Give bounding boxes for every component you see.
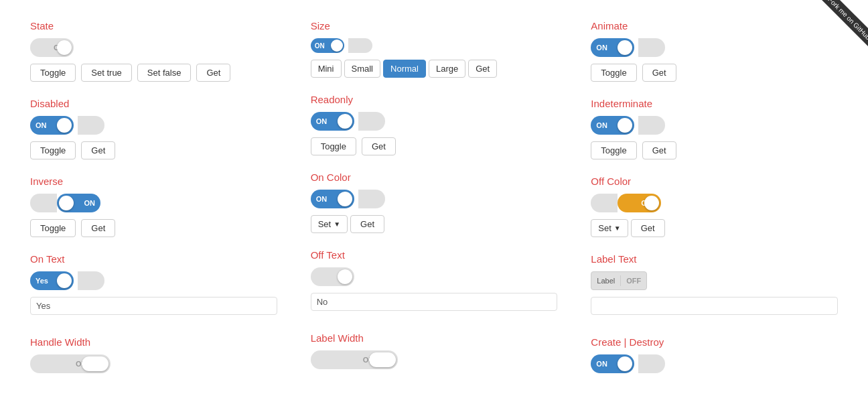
readonly-toggle-right	[358, 112, 385, 131]
state-toggle[interactable]: OFF	[30, 38, 74, 57]
off-color-btn-group: Set ▼ Get	[591, 219, 838, 237]
readonly-toggle-container: ON	[311, 112, 558, 131]
label-text-input[interactable]	[591, 297, 838, 315]
label-width-toggle[interactable]: OFF	[311, 350, 398, 369]
section-readonly: Readonly ON Toggle Get	[311, 94, 558, 155]
inverse-toggle-btn[interactable]: Toggle	[30, 219, 76, 237]
on-text-input[interactable]	[30, 297, 277, 315]
disabled-toggle[interactable]: ON	[30, 116, 74, 135]
inverse-get-btn[interactable]: Get	[81, 219, 115, 237]
section-indeterminate: Indeterminate ON Toggle Get	[591, 98, 838, 159]
indeterminate-toggle-btn[interactable]: Toggle	[591, 141, 636, 159]
off-color-toggle-left	[591, 194, 618, 212]
readonly-toggle-btn[interactable]: Toggle	[311, 137, 356, 155]
indeterminate-toggle[interactable]: ON	[591, 116, 634, 135]
size-on-label: ON	[315, 42, 325, 50]
on-text-toggle[interactable]: Yes	[30, 271, 74, 290]
state-set-false-btn[interactable]: Set false	[137, 64, 192, 82]
size-get-btn[interactable]: Get	[468, 60, 497, 78]
disabled-btn-group: Toggle Get	[30, 141, 277, 159]
label-text-title: Label Text	[591, 253, 838, 265]
on-text-toggle-handle	[57, 273, 72, 288]
on-text-yes-label: Yes	[35, 277, 48, 285]
on-text-title: On Text	[30, 253, 277, 265]
section-label-text: Label Text Label OFF	[591, 253, 838, 320]
label-text-toggle[interactable]: Label OFF	[591, 271, 647, 290]
off-color-get-btn[interactable]: Get	[631, 219, 665, 237]
size-toggle[interactable]: ON	[311, 38, 344, 53]
section-on-text: On Text Yes	[30, 253, 277, 320]
on-color-get-btn[interactable]: Get	[350, 215, 384, 233]
fork-ribbon[interactable]: Fork me on GitHub	[821, 0, 868, 47]
state-btn-group: Toggle Set true Set false Get	[30, 64, 277, 82]
section-label-width: Label Width OFF	[311, 332, 558, 369]
create-destroy-toggle-container: ON	[591, 354, 838, 373]
indeterminate-on-label: ON	[596, 121, 607, 129]
inverse-toggle-handle	[59, 196, 74, 210]
off-color-set-btn[interactable]: Set ▼	[591, 219, 628, 237]
section-animate: Animate ON Toggle Get	[591, 20, 838, 82]
state-toggle-btn[interactable]: Toggle	[30, 64, 76, 82]
section-disabled: Disabled ON Toggle Get	[30, 98, 277, 159]
disabled-get-btn[interactable]: Get	[81, 141, 115, 159]
inverse-toggle[interactable]: ON	[57, 194, 100, 212]
on-color-set-caret: ▼	[334, 220, 340, 228]
indeterminate-title: Indeterminate	[591, 98, 838, 109]
column-2: Size ON Mini Small Normal Large Get Read…	[301, 13, 568, 396]
disabled-toggle-handle	[57, 118, 72, 133]
indeterminate-get-btn[interactable]: Get	[642, 141, 676, 159]
animate-toggle-btn[interactable]: Toggle	[591, 64, 636, 82]
off-text-toggle[interactable]: No	[311, 267, 354, 286]
animate-get-btn[interactable]: Get	[642, 64, 676, 82]
column-3: Animate ON Toggle Get Indeterminate ON	[581, 13, 848, 396]
off-color-title: Off Color	[591, 176, 838, 187]
label-text-toggle-container: Label OFF	[591, 271, 838, 290]
handle-width-title: Handle Width	[30, 336, 277, 348]
readonly-toggle[interactable]: ON	[311, 112, 354, 131]
disabled-toggle-btn[interactable]: Toggle	[30, 141, 76, 159]
inverse-on-label: ON	[84, 199, 96, 207]
on-color-toggle-right	[358, 190, 385, 208]
animate-title: Animate	[591, 20, 838, 31]
size-normal-btn[interactable]: Normal	[383, 60, 426, 78]
section-on-color: On Color ON Set ▼ Get	[311, 172, 558, 233]
state-get-btn[interactable]: Get	[196, 64, 230, 82]
indeterminate-toggle-handle	[618, 118, 632, 133]
on-color-set-btn[interactable]: Set ▼	[311, 215, 348, 233]
disabled-on-label: ON	[35, 121, 47, 129]
state-toggle-handle	[57, 40, 72, 55]
state-set-true-btn[interactable]: Set true	[81, 64, 132, 82]
on-text-toggle-container: Yes	[30, 271, 277, 290]
inverse-toggle-left	[30, 194, 57, 212]
state-toggle-container: OFF	[30, 38, 277, 57]
handle-width-toggle[interactable]: OFF	[30, 354, 111, 373]
section-create-destroy: Create | Destroy ON	[591, 336, 838, 373]
indeterminate-toggle-container: ON	[591, 116, 838, 135]
readonly-toggle-handle	[338, 114, 352, 129]
animate-toggle[interactable]: ON	[591, 38, 634, 57]
inverse-title: Inverse	[30, 176, 277, 187]
readonly-get-btn[interactable]: Get	[362, 137, 396, 155]
disabled-toggle-container: ON	[30, 116, 277, 135]
on-color-toggle-handle	[338, 192, 352, 206]
size-mini-btn[interactable]: Mini	[311, 60, 342, 78]
section-off-color: Off Color OFF Set ▼ Get	[591, 176, 838, 237]
off-color-toggle[interactable]: OFF	[618, 194, 661, 212]
state-title: State	[30, 20, 277, 31]
label-text-label: Label	[591, 277, 620, 285]
section-state: State OFF Toggle Set true Set false Get	[30, 20, 277, 82]
create-destroy-toggle[interactable]: ON	[591, 354, 634, 373]
section-size: Size ON Mini Small Normal Large Get	[311, 20, 558, 78]
on-color-toggle[interactable]: ON	[311, 190, 354, 208]
size-small-btn[interactable]: Small	[344, 60, 381, 78]
off-text-input[interactable]	[311, 293, 558, 311]
section-handle-width: Handle Width OFF	[30, 336, 277, 373]
size-title: Size	[311, 20, 558, 31]
size-large-btn[interactable]: Large	[429, 60, 465, 78]
readonly-btn-group: Toggle Get	[311, 137, 558, 155]
animate-toggle-container: ON	[591, 38, 838, 57]
readonly-on-label: ON	[316, 117, 328, 125]
on-color-title: On Color	[311, 172, 558, 183]
inverse-toggle-container: ON	[30, 194, 277, 212]
animate-on-label: ON	[596, 44, 607, 52]
